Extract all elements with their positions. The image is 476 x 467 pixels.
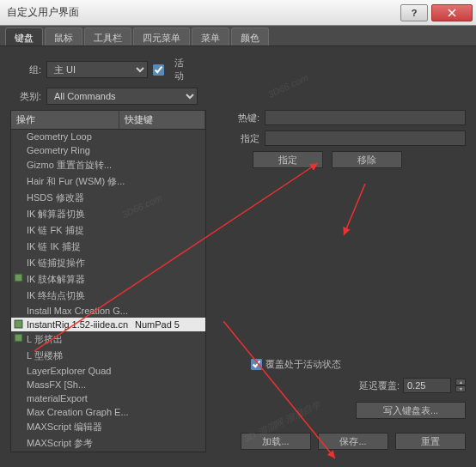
delay-label: 延迟覆盖: [359, 379, 400, 392]
delay-spinner[interactable]: ▴▾ [455, 379, 466, 392]
tab-quad[interactable]: 四元菜单 [133, 27, 190, 45]
override-checkbox[interactable]: 覆盖处于活动状态 [251, 358, 466, 371]
remove-button[interactable]: 移除 [332, 151, 402, 168]
tab-color[interactable]: 颜色 [231, 27, 269, 45]
tab-toolbar[interactable]: 工具栏 [84, 27, 131, 45]
reset-button[interactable]: 重置 [395, 433, 466, 450]
tabs: 键盘 鼠标 工具栏 四元菜单 菜单 颜色 [0, 26, 476, 46]
hotkey-label: 热键: [217, 112, 259, 124]
override-panel: 覆盖处于活动状态 延迟覆盖: 0.25 ▴▾ 写入键盘表... [251, 358, 466, 419]
window-title: 自定义用户界面 [7, 5, 400, 20]
content: 组: 主 UI 活动 类别: All Commands 操作 快捷键 Geome… [0, 46, 476, 465]
assigned-input[interactable] [265, 130, 466, 146]
list-header: 操作 快捷键 [10, 110, 206, 130]
category-label: 类别: [10, 90, 41, 103]
hand-icon [14, 273, 23, 282]
item-name: IK 链捕捉操作 [27, 257, 135, 270]
list-item[interactable]: Max Creation Graph E... [11, 405, 205, 419]
list-item[interactable]: MAXScript 侦听器F11 [11, 452, 205, 452]
item-name: Gizmo 重置首旋转... [27, 159, 135, 172]
action-list[interactable]: Geometry LoopGeometry RingGizmo 重置首旋转...… [10, 130, 206, 452]
list-item[interactable]: L 形挤出 [11, 331, 205, 348]
group-select[interactable]: 主 UI [46, 61, 148, 78]
item-name: MassFX [Sh... [27, 379, 135, 390]
bottom-buttons: 加载... 保存... 重置 [241, 433, 466, 450]
tab-mouse[interactable]: 鼠标 [45, 27, 82, 45]
item-name: Geometry Ring [27, 145, 135, 155]
category-select[interactable]: All Commands [46, 88, 198, 105]
list-item[interactable]: Install Max Creation G... [11, 304, 205, 318]
item-name: IK 解算器切换 [27, 208, 135, 221]
item-name: L 形挤出 [27, 333, 135, 346]
list-item[interactable]: Geometry Ring [11, 143, 205, 157]
list-item[interactable]: HSDS 修改器 [11, 190, 205, 206]
item-name: LayerExplorer Quad [27, 366, 135, 376]
list-item[interactable]: L 型楼梯 [11, 348, 205, 364]
tab-menu[interactable]: 菜单 [192, 27, 229, 45]
item-name: materialExport [27, 393, 135, 403]
list-item[interactable]: IK 链捕捉操作 [11, 255, 205, 271]
item-name: IK 终结点切换 [27, 289, 135, 302]
list-item[interactable]: MassFX [Sh... [11, 378, 205, 391]
svg-rect-0 [15, 274, 22, 282]
item-name: Geometry Loop [27, 131, 135, 142]
delay-input[interactable]: 0.25 [403, 378, 451, 393]
item-name: L 型楼梯 [27, 349, 135, 362]
list-item[interactable]: materialExport [11, 391, 205, 405]
list-item[interactable]: Gizmo 重置首旋转... [11, 157, 205, 173]
item-name: Install Max Creation G... [27, 306, 135, 316]
item-shortcut: NumPad 5 [135, 319, 180, 330]
assign-button[interactable]: 指定 [253, 151, 323, 168]
svg-rect-2 [15, 334, 22, 342]
list-item[interactable]: IK 链 IK 捕捉 [11, 239, 205, 255]
close-button[interactable] [431, 4, 473, 21]
item-name: IK 链 FK 捕捉 [27, 224, 135, 237]
list-item[interactable]: LayerExplorer Quad [11, 364, 205, 378]
item-name: InstantRig 1.52-iiidea.cn [27, 319, 135, 330]
list-item[interactable]: IK 链 FK 捕捉 [11, 222, 205, 239]
list-item[interactable]: IK 终结点切换 [11, 288, 205, 304]
tab-keyboard[interactable]: 键盘 [5, 27, 43, 45]
list-item[interactable]: InstantRig 1.52-iiidea.cnNumPad 5 [11, 318, 205, 331]
assigned-label: 指定 [217, 132, 259, 145]
rig-icon [14, 319, 23, 329]
list-item[interactable]: MAXScript 编辑器 [11, 419, 205, 435]
hotkey-input[interactable] [265, 110, 466, 125]
active-checkbox[interactable]: 活动 [153, 57, 184, 82]
list-item[interactable]: Geometry Loop [11, 130, 205, 143]
item-name: IK 肢体解算器 [27, 273, 135, 286]
col-shortcut[interactable]: 快捷键 [119, 111, 205, 129]
list-item[interactable]: MAXScript 参考 [11, 435, 205, 452]
item-name: IK 链 IK 捕捉 [27, 240, 135, 253]
load-button[interactable]: 加载... [241, 433, 311, 450]
list-item[interactable]: Hair 和 Fur (WSM) 修... [11, 173, 205, 190]
item-name: HSDS 修改器 [27, 191, 135, 204]
titlebar: 自定义用户界面 ? [0, 0, 476, 26]
help-button[interactable]: ? [400, 4, 428, 21]
item-name: MAXScript 编辑器 [27, 421, 135, 434]
item-name: MAXScript 参考 [27, 437, 135, 450]
group-label: 组: [10, 64, 41, 76]
l-icon [14, 333, 23, 343]
item-name: Max Creation Graph E... [27, 407, 135, 417]
list-item[interactable]: IK 解算器切换 [11, 206, 205, 222]
save-button[interactable]: 保存... [318, 433, 388, 450]
item-name: Hair 和 Fur (WSM) 修... [27, 175, 135, 188]
action-list-panel: 操作 快捷键 Geometry LoopGeometry RingGizmo 重… [10, 110, 206, 452]
svg-rect-1 [15, 320, 22, 328]
list-item[interactable]: IK 肢体解算器 [11, 271, 205, 288]
col-action[interactable]: 操作 [11, 111, 119, 129]
write-keyboard-button[interactable]: 写入键盘表... [356, 402, 466, 419]
